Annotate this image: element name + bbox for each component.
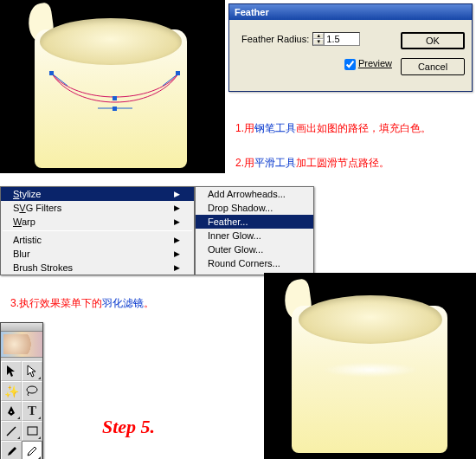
svg-rect-3 — [49, 71, 54, 75]
menu-item-add-arrowheads[interactable]: Add Arrowheads... — [196, 187, 313, 201]
menu-item-artistic[interactable]: Artistic▶ — [1, 233, 194, 247]
candle-rim — [299, 295, 442, 344]
toolbox-panel: ✨ T — [0, 322, 43, 459]
feathered-highlight — [299, 351, 442, 389]
flyout-indicator-icon — [17, 417, 20, 419]
menu-item-round-corners[interactable]: Round Corners... — [196, 256, 313, 270]
svg-point-7 — [27, 386, 37, 393]
canvas-result — [264, 273, 476, 459]
editable-path[interactable] — [50, 70, 180, 113]
svg-point-8 — [10, 411, 12, 413]
submenu-arrow-icon: ▶ — [174, 204, 180, 212]
svg-rect-5 — [113, 96, 117, 100]
candle-illustration — [24, 5, 197, 170]
menu-item-drop-shadow[interactable]: Drop Shadow... — [196, 201, 313, 215]
preview-checkbox[interactable] — [344, 59, 356, 70]
dialog-title: Feather — [229, 4, 472, 20]
menu-item-svg-filters[interactable]: SVG Filters▶ — [1, 201, 194, 215]
lasso-tool[interactable] — [22, 381, 42, 401]
preview-label[interactable]: Preview — [358, 58, 392, 68]
submenu-arrow-icon: ▶ — [174, 236, 180, 244]
toolbox-artwork-thumbnail — [1, 332, 42, 358]
candle-result-illustration — [280, 280, 461, 457]
candle-rim — [40, 18, 182, 65]
menu-item-outer-glow[interactable]: Outer Glow... — [196, 242, 313, 256]
menu-item-blur[interactable]: Blur▶ — [1, 247, 194, 261]
svg-rect-4 — [176, 71, 180, 75]
ok-button[interactable]: OK — [401, 32, 465, 49]
instruction-1: 1.用钢笔工具画出如图的路径，填充白色。 — [235, 121, 431, 136]
svg-rect-10 — [28, 427, 37, 435]
pencil-tool[interactable] — [22, 441, 42, 459]
spinner-up-icon[interactable]: ▲ — [313, 33, 324, 39]
submenu-arrow-icon: ▶ — [174, 263, 180, 272]
direct-selection-tool[interactable] — [22, 361, 42, 381]
instruction-2: 2.用平滑工具加工圆滑节点路径。 — [235, 156, 389, 171]
menu-separator — [3, 230, 192, 231]
rectangle-tool[interactable] — [22, 421, 42, 441]
step-label: Step 5. — [102, 416, 155, 438]
submenu-arrow-icon: ▶ — [174, 190, 180, 198]
menu-column-right: Add Arrowheads... Drop Shadow... Feather… — [195, 186, 314, 275]
menu-column-left: Stylize▶ SVG Filters▶ Warp▶ Artistic▶ Bl… — [0, 186, 195, 275]
radius-label: Feather Radius: — [241, 34, 309, 44]
svg-rect-6 — [113, 107, 117, 111]
feather-dialog: Feather Feather Radius: ▲ ▼ Preview OK C… — [228, 3, 473, 92]
svg-line-9 — [7, 427, 16, 436]
menu-item-feather[interactable]: Feather... — [196, 215, 313, 229]
flyout-indicator-icon — [38, 436, 41, 439]
cancel-button[interactable]: Cancel — [401, 58, 465, 75]
menu-item-warp[interactable]: Warp▶ — [1, 215, 194, 229]
svg-line-0 — [52, 74, 68, 86]
spinner-down-icon[interactable]: ▼ — [313, 39, 324, 45]
selection-tool[interactable] — [1, 361, 22, 381]
flyout-indicator-icon — [38, 377, 41, 379]
radius-input[interactable] — [325, 33, 359, 45]
radius-spinner[interactable]: ▲ ▼ — [312, 32, 360, 46]
menu-item-inner-glow[interactable]: Inner Glow... — [196, 229, 313, 242]
svg-line-1 — [163, 74, 178, 86]
paintbrush-tool[interactable] — [1, 441, 22, 459]
type-tool[interactable]: T — [22, 401, 42, 421]
instruction-3: 3.执行效果菜单下的羽化滤镜。 — [10, 296, 154, 311]
magic-wand-tool[interactable]: ✨ — [1, 381, 22, 401]
flyout-indicator-icon — [38, 417, 41, 419]
pen-tool[interactable] — [1, 401, 22, 421]
submenu-arrow-icon: ▶ — [174, 217, 180, 226]
toolbox-header[interactable] — [1, 323, 42, 332]
flyout-indicator-icon — [17, 436, 20, 439]
submenu-arrow-icon: ▶ — [174, 249, 180, 258]
effect-menu: Stylize▶ SVG Filters▶ Warp▶ Artistic▶ Bl… — [0, 186, 314, 275]
line-tool[interactable] — [1, 421, 22, 441]
menu-item-brush-strokes[interactable]: Brush Strokes▶ — [1, 261, 194, 275]
menu-item-stylize[interactable]: Stylize▶ — [1, 187, 194, 201]
canvas-top — [0, 0, 225, 173]
